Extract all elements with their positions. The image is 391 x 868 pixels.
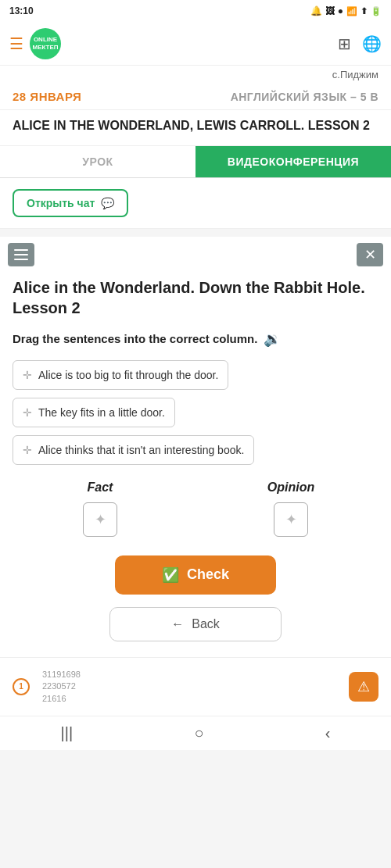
chat-section: Открыть чат 💬 (0, 178, 391, 229)
lesson-title-bar: ALICE IN THE WONDERLAND, LEWIS CARROLL. … (0, 110, 391, 146)
back-button[interactable]: ← Back (109, 607, 282, 641)
school-name: с.Пиджим (332, 69, 378, 80)
drag-handle-2: ✛ (23, 406, 32, 419)
globe-icon[interactable]: 🌐 (362, 34, 382, 53)
lesson-title: ALICE IN THE WONDERLAND, LEWIS CARROLL. … (13, 118, 378, 134)
grid-icon[interactable]: ⊞ (338, 34, 351, 53)
nav-home-icon[interactable]: ○ (194, 724, 203, 742)
bottom-nav: ||| ○ ‹ (0, 716, 391, 750)
drag-item-1[interactable]: ✛ Alice is too big to fit through the do… (13, 360, 228, 390)
tab-video[interactable]: ВИДЕОКОНФЕРЕНЦИЯ (196, 146, 391, 177)
tab-lesson[interactable]: УРОК (0, 146, 196, 177)
columns-section: Fact ✦ Opinion ✦ (0, 480, 391, 537)
chat-icon: 💬 (101, 197, 114, 209)
fact-drop-icon: ✦ (95, 511, 106, 528)
signal-icon: 📶 (346, 6, 357, 16)
close-icon: ✕ (364, 246, 376, 263)
check-button[interactable]: ✅ Check (115, 555, 276, 595)
back-section: ← Back (0, 607, 391, 657)
info-circle: 1 (13, 678, 30, 695)
drag-handle-1: ✛ (23, 369, 32, 381)
back-arrow-icon: ← (171, 617, 184, 631)
lesson-subtitle: Alice in the Wonderland. Down the Rabbit… (0, 273, 391, 330)
chat-label: Открыть чат (27, 197, 95, 209)
warning-button[interactable]: ⚠ (349, 672, 378, 702)
school-label: с.Пиджим (0, 66, 391, 85)
nav-left: ☰ ONLINEМЕКТЕП (9, 28, 61, 59)
info-numbers: 31191698 2230572 21616 (42, 669, 81, 705)
subject-label: АНГЛИЙСКИЙ ЯЗЫК – 5 В (231, 91, 378, 103)
date-bar: 28 ЯНВАРЯ АНГЛИЙСКИЙ ЯЗЫК – 5 В (0, 85, 391, 110)
opinion-header: Opinion (267, 480, 314, 495)
notification-icon: 🔔 (310, 5, 322, 16)
nav-back-icon[interactable]: ||| (61, 724, 74, 742)
drag-item-2[interactable]: ✛ The key fits in a little door. (13, 398, 175, 427)
open-chat-button[interactable]: Открыть чат 💬 (13, 189, 128, 217)
bottom-info: 1 31191698 2230572 21616 ⚠ (0, 657, 391, 716)
speaker-icon[interactable]: 🔉 (264, 330, 281, 348)
warning-icon: ⚠ (357, 678, 370, 695)
status-icons: 🔔 🖼 ● 📶 ⬆ 🔋 (310, 5, 382, 16)
check-label: Check (187, 566, 229, 583)
drag-items: ✛ Alice is too big to fit through the do… (0, 360, 391, 465)
battery-icon: 🔋 (371, 6, 382, 16)
nav-recent-icon[interactable]: ‹ (325, 724, 331, 742)
check-icon: ✅ (162, 566, 179, 584)
wifi-icon: ⬆ (361, 6, 368, 16)
photo-icon: 🖼 (325, 5, 335, 16)
logo-text: ONLINEМЕКТЕП (32, 36, 58, 51)
fact-column: Fact ✦ (13, 480, 188, 537)
dot-icon: ● (338, 5, 343, 16)
fact-header: Fact (88, 480, 113, 495)
fact-drop-zone[interactable]: ✦ (83, 502, 117, 537)
drag-item-3[interactable]: ✛ Alice thinks that it isn't an interest… (13, 435, 254, 465)
date-label: 28 ЯНВАРЯ (13, 90, 81, 103)
back-label: Back (192, 617, 220, 631)
check-section: ✅ Check (0, 555, 391, 607)
content-top-bar: ✕ (0, 237, 391, 273)
status-bar: 13:10 🔔 🖼 ● 📶 ⬆ 🔋 (0, 0, 391, 22)
status-time: 13:10 (9, 5, 34, 16)
top-nav: ☰ ONLINEМЕКТЕП ⊞ 🌐 (0, 22, 391, 66)
opinion-drop-icon: ✦ (285, 511, 297, 528)
nav-right: ⊞ 🌐 (338, 34, 382, 53)
main-content: ✕ Alice in the Wonderland. Down the Rabb… (0, 237, 391, 657)
drag-instruction-text: Drag the sentences into the correct colu… (13, 332, 257, 345)
opinion-drop-zone[interactable]: ✦ (274, 502, 308, 537)
drag-handle-3: ✛ (23, 444, 32, 456)
logo: ONLINEМЕКТЕП (30, 28, 61, 59)
tabs-bar: УРОК ВИДЕОКОНФЕРЕНЦИЯ (0, 146, 391, 178)
drag-instruction: Drag the sentences into the correct colu… (0, 330, 391, 360)
close-button[interactable]: ✕ (357, 243, 383, 266)
opinion-column: Opinion ✦ (203, 480, 378, 537)
hamburger-icon[interactable]: ☰ (9, 34, 23, 53)
content-menu-button[interactable] (8, 243, 34, 266)
